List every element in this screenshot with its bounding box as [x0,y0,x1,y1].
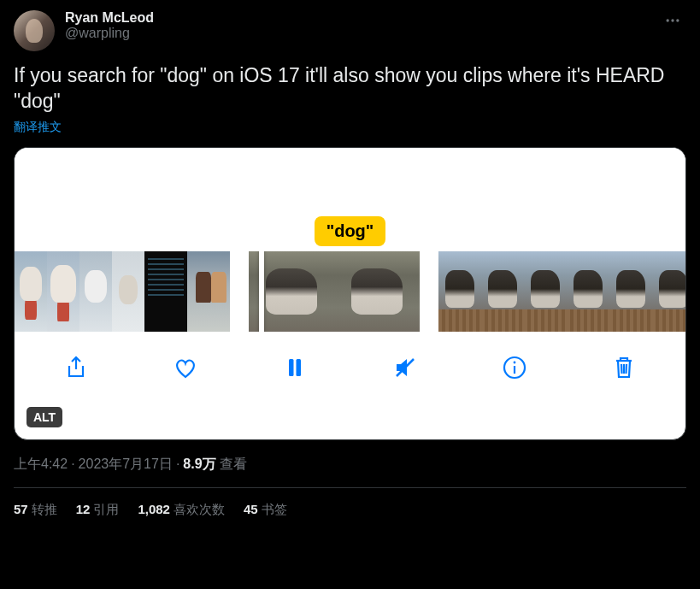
retweets-stat[interactable]: 57转推 [14,502,57,518]
tweet-text: If you search for "dog" on iOS 17 it'll … [14,63,686,115]
likes-label: 喜欢次数 [174,502,225,516]
media-attachment[interactable]: "dog" [14,147,686,440]
clip-thumbnail [79,251,112,332]
svg-point-2 [676,19,679,21]
views-label: 查看 [220,456,247,471]
trash-icon[interactable] [607,350,641,385]
playhead[interactable] [259,251,264,332]
info-icon[interactable] [497,350,532,385]
svg-point-7 [513,361,515,363]
clip-thumbnail [652,251,685,332]
views-count[interactable]: 8.9万 [183,456,215,471]
quotes-count: 12 [76,502,91,516]
clip-thumbnail [144,251,187,332]
quotes-stat[interactable]: 12引用 [76,502,120,518]
bookmarks-label: 书签 [262,502,287,516]
retweets-label: 转推 [32,502,57,516]
tweet-header: Ryan McLeod @warpling [14,10,686,51]
clip-thumbnail [609,251,652,332]
user-handle: @warpling [65,26,659,41]
media-whitespace [15,148,685,216]
pause-icon[interactable] [278,350,312,385]
media-toolbar [15,332,685,403]
tweet-container: Ryan McLeod @warpling If you search for … [0,0,700,528]
avatar[interactable] [14,10,55,51]
tweet-stats: 57转推 12引用 1,082喜欢次数 45书签 [14,488,686,518]
svg-rect-3 [289,359,294,376]
likes-count: 1,082 [138,502,170,516]
mute-icon[interactable] [388,350,422,385]
search-tag-row: "dog" [15,216,685,251]
heart-icon[interactable] [168,350,203,385]
clip-thumbnail [334,251,420,332]
tweet-time[interactable]: 上午4:42 [14,456,68,471]
clip-group-3 [438,251,685,332]
clip-group-2 [249,251,420,332]
quotes-label: 引用 [93,502,119,516]
clip-thumbnail [47,251,79,332]
translate-link[interactable]: 翻译推文 [14,120,62,135]
search-tag: "dog" [315,216,386,246]
video-timeline[interactable] [15,251,685,332]
clip-thumbnail [112,251,144,332]
likes-stat[interactable]: 1,082喜欢次数 [138,502,225,518]
retweets-count: 57 [14,502,28,516]
clip-thumbnail [567,251,609,332]
clip-thumbnail [15,251,47,332]
svg-point-0 [667,19,669,21]
svg-rect-4 [297,359,302,376]
tweet-meta: 上午4:42·2023年7月17日·8.9万 查看 [14,456,686,488]
clip-thumbnail [481,251,524,332]
svg-point-1 [671,19,674,21]
clip-thumbnail [438,251,481,332]
clip-thumbnail [187,251,230,332]
more-icon[interactable] [659,10,686,35]
display-name: Ryan McLeod [65,10,659,26]
clip-group-1 [15,251,230,332]
alt-badge[interactable]: ALT [26,407,62,427]
bookmarks-count: 45 [244,502,258,516]
user-info[interactable]: Ryan McLeod @warpling [65,10,659,41]
clip-thumbnail [524,251,567,332]
bookmarks-stat[interactable]: 45书签 [244,502,287,518]
tweet-date[interactable]: 2023年7月17日 [79,456,173,471]
share-icon[interactable] [59,350,93,385]
